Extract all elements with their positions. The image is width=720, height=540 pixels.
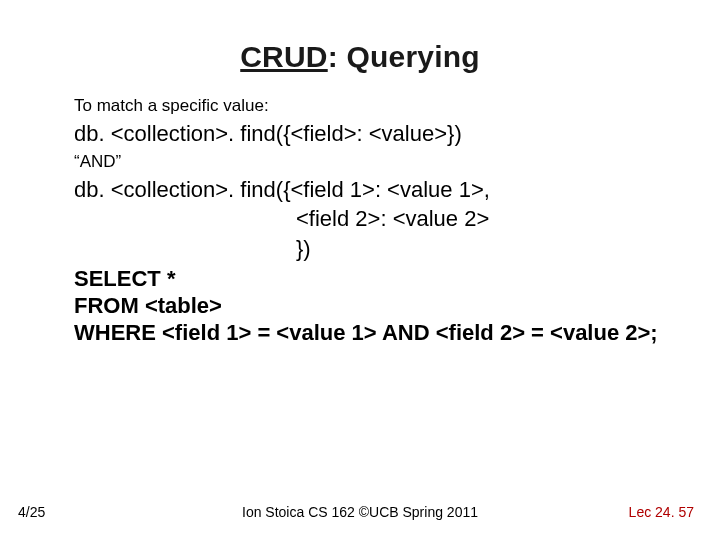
sql-where: WHERE <field 1> = <value 1> AND <field 2… bbox=[74, 320, 680, 347]
footer-date: 4/25 bbox=[18, 504, 45, 520]
slide-content: To match a specific value: db. <collecti… bbox=[0, 96, 720, 346]
sql-select: SELECT * bbox=[74, 266, 680, 293]
code-find-and-line2: <field 2>: <value 2> bbox=[74, 205, 680, 233]
label-and: “AND” bbox=[74, 152, 680, 172]
title-crud: CRUD bbox=[240, 40, 327, 73]
title-suffix: : Querying bbox=[328, 40, 480, 73]
footer-lecture-number: Lec 24. 57 bbox=[629, 504, 694, 520]
label-match-value: To match a specific value: bbox=[74, 96, 680, 116]
footer-attribution: Ion Stoica CS 162 ©UCB Spring 2011 bbox=[242, 504, 478, 520]
code-find-single: db. <collection>. find({<field>: <value>… bbox=[74, 120, 680, 148]
slide-title: CRUD: Querying bbox=[0, 40, 720, 74]
sql-block: SELECT * FROM <table> WHERE <field 1> = … bbox=[74, 266, 680, 346]
sql-from: FROM <table> bbox=[74, 293, 680, 320]
code-find-and-line3: }) bbox=[74, 235, 680, 263]
code-find-and-line1: db. <collection>. find({<field 1>: <valu… bbox=[74, 176, 680, 204]
slide: CRUD: Querying To match a specific value… bbox=[0, 0, 720, 540]
